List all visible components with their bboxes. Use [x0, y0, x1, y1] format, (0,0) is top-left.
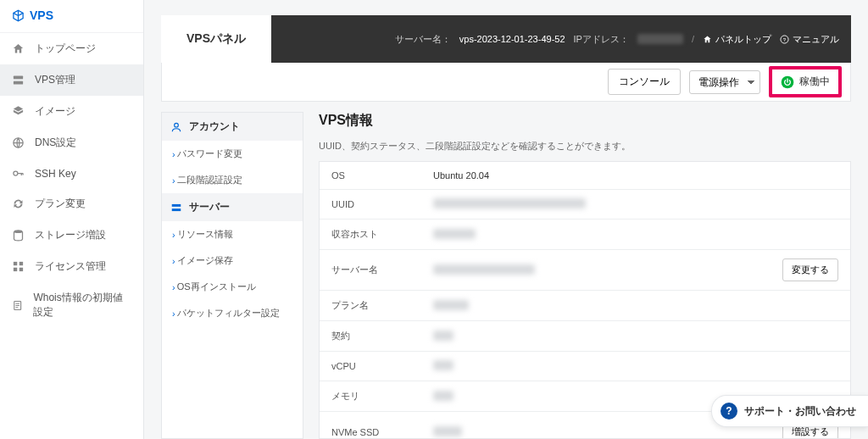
subnav-link-label: パケットフィルター設定 — [177, 307, 280, 320]
info-label: サーバー名 — [331, 264, 433, 276]
content-area: アカウント ›パスワード変更 ›二段階認証設定 サーバー ›リソース情報 ›イメ… — [144, 102, 868, 439]
info-row-server-name: サーバー名 変更する — [320, 250, 850, 291]
document-icon — [12, 299, 23, 312]
nav-vps-manage[interactable]: VPS管理 — [0, 64, 143, 96]
subnav-resource-info[interactable]: ›リソース情報 — [162, 221, 303, 247]
nav-whois[interactable]: Whois情報の初期値設定 — [0, 282, 143, 328]
info-value — [433, 300, 838, 312]
info-description: UUID、契約ステータス、二段階認証設定などを確認することができます。 — [319, 140, 851, 153]
info-label: 収容ホスト — [331, 228, 433, 241]
chevron-right-icon: › — [172, 308, 175, 319]
support-text: サポート・お問い合わせ — [744, 404, 856, 419]
svg-rect-15 — [172, 208, 181, 211]
power-select[interactable]: 電源操作 — [689, 70, 760, 94]
blurred-value — [433, 391, 453, 401]
sub-sidebar: アカウント ›パスワード変更 ›二段階認証設定 サーバー ›リソース情報 ›イメ… — [161, 112, 303, 439]
subnav-link-label: OS再インストール — [177, 281, 256, 293]
home-small-icon — [703, 35, 712, 44]
blurred-value — [433, 264, 535, 275]
key-icon — [12, 167, 25, 180]
manual-text: マニュアル — [793, 33, 839, 46]
subnav-2fa[interactable]: ›二段階認証設定 — [162, 167, 303, 193]
info-label: NVMe SSD — [331, 427, 433, 437]
blurred-value — [433, 300, 469, 310]
server-small-icon — [170, 202, 182, 214]
nav-label: イメージ — [35, 104, 75, 119]
panel-top-text: パネルトップ — [715, 33, 771, 46]
nav-top-page[interactable]: トップページ — [0, 33, 143, 64]
svg-text:?: ? — [783, 36, 787, 42]
brand-logo[interactable]: VPS — [0, 0, 143, 33]
power-on-icon — [781, 75, 794, 89]
info-row-uuid: UUID — [320, 190, 850, 220]
nav-plan-change[interactable]: プラン変更 — [0, 188, 143, 220]
blurred-value — [433, 229, 476, 239]
status-text: 稼働中 — [799, 75, 830, 89]
cube-icon — [12, 9, 25, 22]
subnav-link-label: リソース情報 — [177, 228, 233, 241]
info-value — [433, 360, 838, 372]
subnav-link-label: パスワード変更 — [177, 147, 242, 160]
info-value — [433, 229, 838, 241]
nav-ssh-key[interactable]: SSH Key — [0, 158, 143, 188]
subnav-packet-filter[interactable]: ›パケットフィルター設定 — [162, 300, 303, 326]
ip-value-blurred — [637, 34, 683, 44]
home-icon — [12, 42, 25, 55]
svg-rect-1 — [14, 81, 23, 85]
panel-top-link[interactable]: パネルトップ — [703, 33, 771, 46]
nav-label: DNS設定 — [35, 136, 76, 150]
chevron-right-icon: › — [172, 282, 175, 292]
chevron-right-icon: › — [172, 149, 175, 159]
blurred-value — [433, 360, 453, 370]
nav-image[interactable]: イメージ — [0, 96, 143, 127]
blurred-value — [433, 426, 462, 436]
svg-rect-7 — [14, 268, 17, 271]
subnav-account-label: アカウント — [189, 119, 240, 134]
info-row-plan: プラン名 — [320, 291, 850, 321]
server-name-label: サーバー名： — [395, 33, 451, 46]
svg-point-3 — [14, 171, 18, 175]
info-label: メモリ — [331, 390, 433, 403]
server-name-value: vps-2023-12-01-23-49-52 — [459, 34, 565, 44]
separator: / — [692, 34, 694, 44]
nav-license[interactable]: ライセンス管理 — [0, 251, 143, 282]
nav-label: トップページ — [35, 42, 96, 56]
info-panel: VPS情報 UUID、契約ステータス、二段階認証設定などを確認することができます… — [319, 112, 851, 439]
svg-point-4 — [14, 230, 23, 233]
nav-label: プラン変更 — [35, 197, 86, 211]
subnav-os-reinstall[interactable]: ›OS再インストール — [162, 274, 303, 300]
change-server-name-button[interactable]: 変更する — [782, 258, 838, 281]
subnav-link-label: 二段階認証設定 — [177, 174, 242, 186]
subnav-server-label: サーバー — [189, 200, 230, 214]
status-highlight-box: 稼働中 — [769, 66, 842, 97]
info-row-contract: 契約 — [320, 321, 850, 352]
blurred-value — [433, 331, 453, 341]
info-row-vcpu: vCPU — [320, 352, 850, 381]
nav-storage[interactable]: ストレージ増設 — [0, 220, 143, 251]
subnav-image-save[interactable]: ›イメージ保存 — [162, 247, 303, 274]
info-value — [433, 331, 838, 342]
question-icon: ? — [721, 403, 737, 420]
top-bar: VPSパネル サーバー名： vps-2023-12-01-23-49-52 IP… — [161, 15, 851, 63]
info-value — [433, 426, 782, 438]
subnav-account-head: アカウント — [162, 113, 303, 141]
main-content: VPSパネル サーバー名： vps-2023-12-01-23-49-52 IP… — [144, 0, 868, 439]
info-label: OS — [331, 170, 433, 181]
manual-link[interactable]: ? マニュアル — [780, 33, 839, 46]
nav-label: VPS管理 — [35, 73, 75, 87]
svg-rect-8 — [19, 268, 23, 271]
action-row: コンソール 電源操作 稼働中 — [161, 63, 851, 102]
main-sidebar: VPS トップページ VPS管理 イメージ DNS設定 SSH Key プラン変… — [0, 0, 144, 439]
chevron-right-icon: › — [172, 175, 175, 186]
subnav-password-change[interactable]: ›パスワード変更 — [162, 141, 303, 167]
chevron-right-icon: › — [172, 256, 175, 266]
info-value: Ubuntu 20.04 — [433, 170, 838, 181]
info-value — [433, 198, 838, 210]
info-row-host: 収容ホスト — [320, 220, 850, 250]
nav-dns[interactable]: DNS設定 — [0, 127, 143, 158]
server-icon — [12, 74, 25, 86]
console-button[interactable]: コンソール — [608, 69, 681, 95]
support-tab[interactable]: ? サポート・お問い合わせ — [711, 395, 868, 427]
topbar-right: サーバー名： vps-2023-12-01-23-49-52 IPアドレス： /… — [395, 33, 851, 46]
grid-icon — [12, 260, 25, 273]
